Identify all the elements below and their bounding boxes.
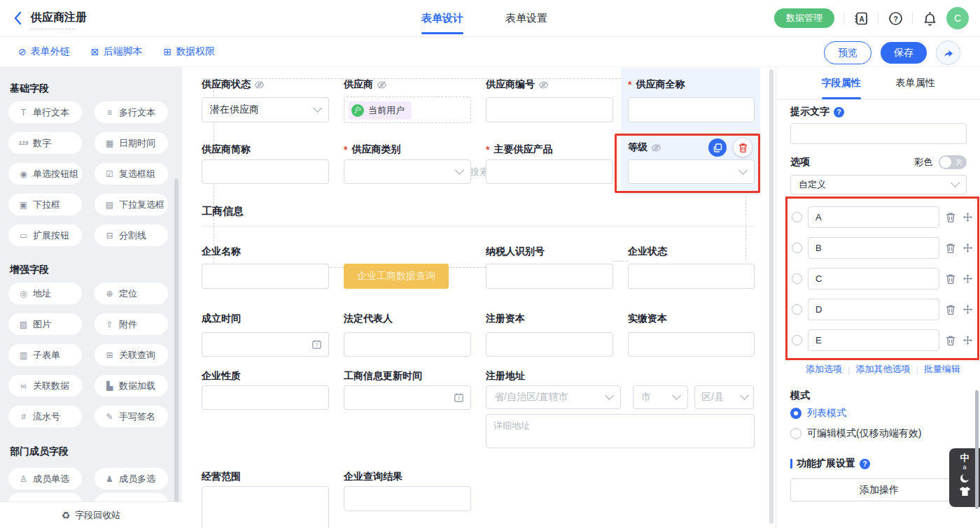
theme-shirt-icon[interactable] xyxy=(959,486,971,497)
option-link-0[interactable]: 添加选项 xyxy=(806,363,842,376)
delete-option-icon[interactable] xyxy=(945,304,956,315)
help-icon[interactable]: ? xyxy=(860,459,870,469)
address-book-icon[interactable]: A xyxy=(853,10,869,26)
option-input-C[interactable] xyxy=(808,268,939,290)
field-pill-member-single[interactable]: ♙成员单选 xyxy=(8,468,82,490)
level-select[interactable] xyxy=(628,159,755,184)
option-link-1[interactable]: 添加其他选项 xyxy=(855,363,910,376)
back-icon[interactable] xyxy=(13,10,27,26)
company-status-input[interactable] xyxy=(628,264,755,289)
business-scope-textarea[interactable] xyxy=(202,486,329,528)
main-products-input[interactable] xyxy=(486,159,613,184)
field-pill-number[interactable]: 123数字 xyxy=(8,132,82,154)
field-pill-member-multi[interactable]: ♟成员多选 xyxy=(94,468,168,490)
field-pill-multi-select[interactable]: ▤下拉复选框 xyxy=(94,194,168,215)
tab-form-design[interactable]: 表单设计 xyxy=(421,0,463,36)
tab-form-settings[interactable]: 表单设置 xyxy=(505,0,547,36)
detail-address-textarea[interactable]: 详细地址 xyxy=(486,414,755,448)
dark-mode-moon-icon[interactable] xyxy=(959,473,970,484)
field-pill-link-data[interactable]: ∞关联数据 xyxy=(8,375,82,397)
move-option-icon[interactable] xyxy=(962,304,973,315)
field-pill-address[interactable]: ◎地址 xyxy=(8,283,82,304)
supplier-fullname-input[interactable] xyxy=(628,97,755,122)
toolbar-link-0[interactable]: ⊘表单外链 xyxy=(18,45,70,58)
field-pill-select[interactable]: ▣下拉框 xyxy=(8,194,82,215)
field-pill-text[interactable]: T单行文本 xyxy=(8,101,82,123)
delete-field-button[interactable] xyxy=(734,138,752,157)
data-manage-button[interactable]: 数据管理 xyxy=(774,8,834,28)
help-icon[interactable]: ? xyxy=(888,10,903,26)
field-pill-attachment[interactable]: ⇧附件 xyxy=(94,313,168,335)
move-option-icon[interactable] xyxy=(962,273,973,284)
field-pill-data-load[interactable]: ▙数据加载 xyxy=(94,375,168,397)
hint-text-input[interactable] xyxy=(790,123,967,144)
add-action-button[interactable]: 添加操作 xyxy=(790,478,968,501)
option-radio[interactable] xyxy=(792,335,802,345)
field-pill-locate[interactable]: ⊕定位 xyxy=(94,283,168,304)
user-avatar[interactable]: C xyxy=(946,7,969,29)
field-pill-radio-group[interactable]: ◉单选按钮组 xyxy=(8,163,82,185)
option-link-2[interactable]: 批量编辑 xyxy=(924,363,960,376)
copy-field-button[interactable] xyxy=(708,138,727,157)
help-icon[interactable]: ? xyxy=(834,107,844,117)
language-sub-icon[interactable]: a xyxy=(962,464,966,471)
option-input-D[interactable] xyxy=(808,299,939,320)
option-radio[interactable] xyxy=(792,212,802,222)
move-option-icon[interactable] xyxy=(962,212,973,222)
preview-button[interactable]: 预览 xyxy=(824,41,872,64)
option-input-B[interactable] xyxy=(808,237,939,259)
field-pill-signature[interactable]: ✎手写签名 xyxy=(94,406,168,427)
field-pill-divider[interactable]: ⊟分割线 xyxy=(94,224,168,246)
share-button[interactable] xyxy=(936,41,960,65)
province-select[interactable]: 省/自治区/直辖市 xyxy=(486,385,621,409)
language-toggle-icon[interactable]: 中 xyxy=(960,453,969,462)
tab-form-properties[interactable]: 表单属性 xyxy=(896,66,935,99)
option-source-select[interactable]: 自定义 xyxy=(790,175,967,194)
toolbar-link-2[interactable]: ⊞数据权限 xyxy=(163,45,215,58)
option-input-A[interactable] xyxy=(808,206,939,228)
reg-capital-input[interactable] xyxy=(486,332,613,357)
supplier-status-select[interactable]: 潜在供应商 xyxy=(202,97,329,122)
option-input-E[interactable] xyxy=(808,329,939,351)
supplier-category-select[interactable] xyxy=(344,159,471,184)
district-select[interactable]: 区/县 xyxy=(694,385,754,409)
color-toggle[interactable]: 关 xyxy=(939,155,967,169)
field-pill-subform[interactable]: ▥子表单 xyxy=(8,344,82,366)
option-radio[interactable] xyxy=(792,304,802,315)
company-nature-input[interactable] xyxy=(202,385,329,410)
option-radio[interactable] xyxy=(792,273,802,284)
paid-capital-input[interactable] xyxy=(628,332,755,357)
company-name-input[interactable] xyxy=(202,264,329,289)
save-button[interactable]: 保存 xyxy=(881,42,927,64)
tab-field-properties[interactable]: 字段属性 xyxy=(822,66,861,99)
toolbar-link-1[interactable]: ⊠后端脚本 xyxy=(91,45,143,58)
mode-editable-radio[interactable]: 可编辑模式(仅移动端有效) xyxy=(790,427,921,440)
field-pill-extend-button[interactable]: ▭扩展按钮 xyxy=(8,224,82,246)
canvas-scrollbar[interactable] xyxy=(769,69,774,524)
option-radio[interactable] xyxy=(792,243,802,253)
field-pill-lookup[interactable]: ⊞关联查询 xyxy=(94,344,168,366)
city-select[interactable]: 市 xyxy=(633,385,688,409)
supplier-shortname-input[interactable] xyxy=(202,159,329,184)
delete-option-icon[interactable] xyxy=(945,243,956,253)
founded-date-input[interactable]: 7 xyxy=(202,332,329,357)
move-option-icon[interactable] xyxy=(962,335,973,345)
move-option-icon[interactable] xyxy=(962,243,973,253)
delete-option-icon[interactable] xyxy=(945,273,956,284)
mode-list-radio[interactable]: 列表模式 xyxy=(790,407,846,420)
tax-id-input[interactable] xyxy=(486,264,613,289)
delete-option-icon[interactable] xyxy=(945,212,956,222)
field-pill-image[interactable]: ▧图片 xyxy=(8,313,82,335)
biz-update-time-input[interactable]: 7 xyxy=(344,385,471,410)
legal-rep-input[interactable] xyxy=(344,332,471,357)
field-pill-checkbox-group[interactable]: ☑复选框组 xyxy=(94,163,168,185)
field-recycle-bin[interactable]: ♻ 字段回收站 xyxy=(0,501,182,528)
business-data-query-button[interactable]: 企业工商数据查询 xyxy=(344,264,449,289)
notification-bell-icon[interactable] xyxy=(922,10,937,26)
field-pill-serial[interactable]: #流水号 xyxy=(8,406,82,427)
supplier-no-input[interactable] xyxy=(486,97,613,122)
field-pill-datetime[interactable]: ▦日期时间 xyxy=(94,132,168,154)
supplier-field[interactable]: 户 当前用户 xyxy=(344,97,471,123)
delete-option-icon[interactable] xyxy=(945,335,956,345)
panel-scrollbar[interactable] xyxy=(975,390,979,509)
